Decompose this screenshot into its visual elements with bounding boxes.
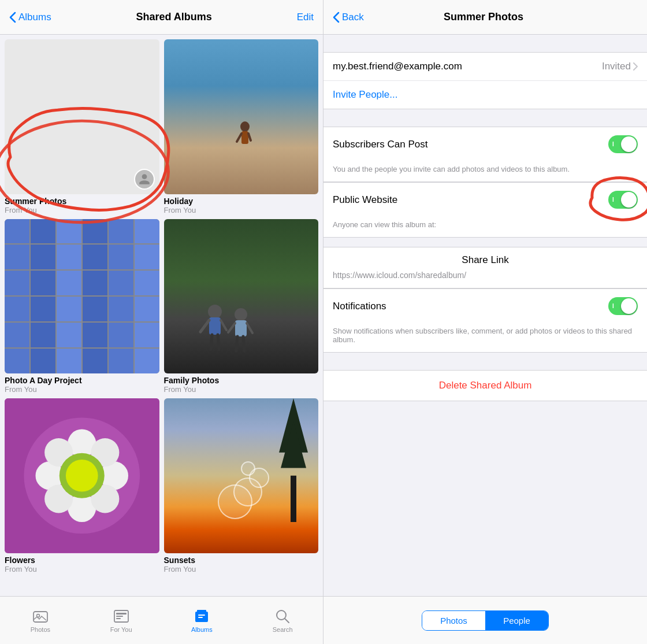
public-website-row: Public Website I (323, 182, 647, 217)
people-email: my.best.friend@example.com (333, 61, 602, 72)
svg-point-4 (208, 305, 222, 319)
segment-photos-button[interactable]: Photos (422, 611, 485, 630)
notifications-desc: Show notifications when subscribers like… (323, 323, 647, 353)
svg-rect-36 (116, 616, 123, 617)
delete-album-row[interactable]: Delete Shared Album (323, 370, 647, 401)
svg-line-13 (247, 323, 252, 333)
for-you-icon (113, 608, 129, 624)
album-title-holiday: Holiday (164, 197, 319, 206)
chevron-left-icon (9, 12, 16, 23)
delete-label: Delete Shared Album (439, 380, 532, 391)
back-button[interactable]: Back (333, 12, 364, 23)
flower-image (5, 398, 159, 553)
album-title-sunsets: Sunsets (164, 556, 319, 565)
invite-people-link: Invite People... (333, 89, 397, 100)
svg-rect-37 (116, 618, 121, 619)
album-thumb-summer (5, 39, 159, 194)
subscribers-toggle[interactable]: I (608, 135, 638, 153)
album-subtitle-holiday: From You (164, 206, 319, 214)
svg-line-8 (211, 335, 212, 349)
children-silhouette-icon (195, 300, 264, 358)
tree-silhouette-icon (276, 398, 311, 522)
album-title-summer: Summer Photos (5, 197, 159, 206)
svg-rect-29 (291, 476, 296, 522)
notifications-label: Notifications (333, 301, 608, 312)
album-subtitle-photo-day: From You (5, 385, 159, 394)
segment-bar: Photos People (323, 596, 647, 644)
albums-grid: Summer Photos From You Holiday From You (0, 35, 323, 596)
edit-button[interactable]: Edit (297, 12, 314, 23)
album-item-flowers[interactable]: Flowers From You (5, 398, 159, 573)
tab-for-you-label: For You (110, 626, 132, 633)
tab-search[interactable]: Search (242, 608, 323, 633)
people-status: Invited (602, 61, 638, 72)
svg-line-3 (248, 134, 251, 140)
people-section: my.best.friend@example.com Invited Invit… (323, 52, 647, 109)
left-title: Shared Albums (136, 11, 212, 23)
public-website-toggle[interactable]: I (608, 191, 638, 209)
album-subtitle-summer: From You (5, 206, 159, 214)
albums-back-button[interactable]: Albums (9, 12, 51, 23)
album-title-family: Family Photos (164, 376, 319, 385)
spacer-1 (323, 109, 647, 127)
album-item-photo-day[interactable]: Photo A Day Project From You (5, 219, 159, 394)
share-link-label-container (323, 237, 647, 247)
public-website-desc: Anyone can view this album at: (323, 217, 647, 237)
tab-albums-label: Albums (191, 626, 213, 633)
svg-rect-32 (34, 612, 47, 622)
right-title: Summer Photos (444, 11, 523, 23)
notifications-row: Notifications I (323, 288, 647, 323)
back-chevron-icon (333, 12, 340, 23)
album-subtitle-flowers: From You (5, 565, 159, 573)
svg-line-15 (243, 336, 244, 351)
tab-photos-label: Photos (31, 626, 50, 633)
svg-rect-11 (235, 320, 247, 336)
album-item-family[interactable]: Family Photos From You (164, 219, 319, 394)
subscribers-desc: You and the people you invite can add ph… (323, 161, 647, 182)
tab-photos[interactable]: Photos (0, 608, 81, 633)
tab-bar: Photos For You A (0, 596, 323, 644)
share-link-url: https://www.icloud.com/sharedalbum/ (333, 271, 638, 280)
people-row[interactable]: my.best.friend@example.com Invited (323, 53, 647, 81)
segment-people-button[interactable]: People (485, 611, 548, 630)
album-item-sunsets[interactable]: Sunsets From You (164, 398, 319, 573)
public-website-label: Public Website (333, 194, 608, 206)
svg-point-10 (235, 308, 247, 321)
spacer-2 (323, 353, 647, 370)
svg-point-0 (240, 121, 250, 132)
svg-line-43 (285, 619, 289, 623)
album-thumb-photo-day (5, 219, 159, 374)
left-panel: Albums Shared Albums Edit Summer Photos … (0, 0, 323, 644)
svg-line-2 (237, 134, 241, 142)
right-panel: Back Summer Photos my.best.friend@exampl… (323, 0, 647, 644)
album-title-photo-day: Photo A Day Project (5, 376, 159, 385)
album-thumb-holiday (164, 39, 319, 194)
left-header: Albums Shared Albums Edit (0, 0, 323, 35)
album-thumb-sunsets (164, 398, 319, 553)
notifications-toggle[interactable]: I (608, 297, 638, 315)
svg-rect-35 (116, 613, 127, 615)
tab-albums[interactable]: Albums (162, 608, 243, 633)
svg-line-6 (200, 320, 209, 332)
invite-people-row[interactable]: Invite People... (323, 81, 647, 109)
svg-line-12 (228, 323, 235, 332)
person-silhouette-icon (233, 121, 256, 156)
tab-for-you[interactable]: For You (81, 608, 162, 633)
segment-control: Photos People (422, 610, 549, 631)
svg-line-9 (218, 335, 219, 349)
album-thumb-family (164, 219, 319, 374)
album-item-holiday[interactable]: Holiday From You (164, 39, 319, 214)
share-link-heading: Share Link (333, 254, 638, 266)
photos-icon (32, 608, 49, 624)
avatar (134, 169, 155, 190)
album-thumb-flowers (5, 398, 159, 553)
share-link-section: Share Link https://www.icloud.com/shared… (323, 247, 647, 288)
person-icon (138, 173, 151, 186)
bottom-spacer (323, 401, 647, 447)
album-title-flowers: Flowers (5, 556, 159, 565)
album-item-summer[interactable]: Summer Photos From You (5, 39, 159, 214)
tab-search-label: Search (273, 626, 293, 633)
subscribers-label: Subscribers Can Post (333, 139, 608, 150)
svg-line-14 (236, 336, 237, 351)
right-content: my.best.friend@example.com Invited Invit… (323, 35, 647, 596)
